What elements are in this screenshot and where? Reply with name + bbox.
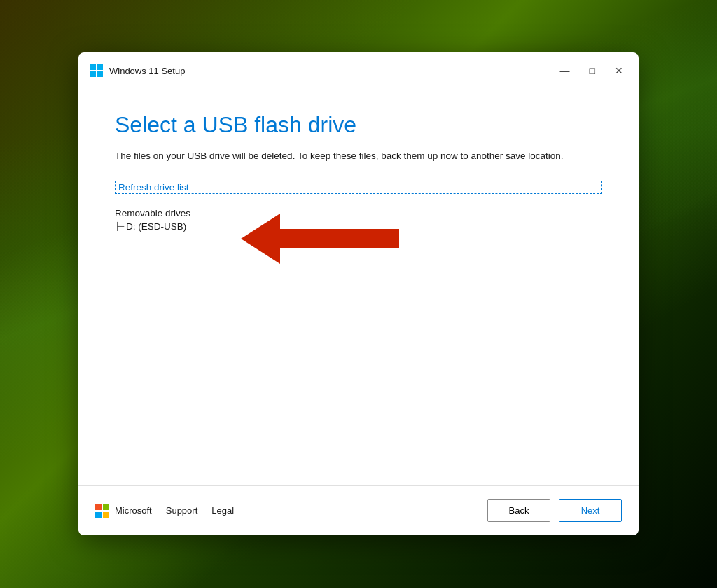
drives-label: Removable drives [115,208,602,218]
setup-window: Windows 11 Setup — □ ✕ Select a USB flas… [78,52,639,536]
svg-rect-3 [97,71,103,77]
support-link[interactable]: Support [166,505,198,516]
drive-item-d[interactable]: D: (ESD-USB) [115,221,602,232]
svg-rect-2 [90,71,96,77]
svg-rect-1 [97,64,103,70]
next-button[interactable]: Next [559,499,622,522]
svg-rect-0 [90,64,96,70]
drives-section: Removable drives D: (ESD-USB) [115,208,602,232]
page-title: Select a USB flash drive [115,111,602,138]
ms-square-blue [95,512,102,518]
arrow-shaft [280,229,399,248]
window-title: Windows 11 Setup [109,66,556,76]
refresh-drive-list-link[interactable]: Refresh drive list [115,181,602,194]
main-content: Select a USB flash drive The files on yo… [78,86,639,485]
ms-square-yellow [103,512,109,518]
ms-square-red [95,504,102,510]
footer: Microsoft Support Legal Back Next [78,485,639,536]
footer-buttons: Back Next [487,499,622,522]
microsoft-label: Microsoft [115,505,152,516]
microsoft-logo: Microsoft [95,504,152,518]
minimize-button[interactable]: — [556,64,574,77]
subtitle-text: The files on your USB drive will be dele… [115,149,602,163]
ms-square-green [103,504,109,510]
app-icon [90,64,104,78]
legal-link[interactable]: Legal [211,505,234,516]
ms-logo-squares [95,504,109,518]
title-bar: Windows 11 Setup — □ ✕ [78,52,639,86]
back-button[interactable]: Back [487,499,550,522]
close-button[interactable]: ✕ [611,64,627,77]
window-controls: — □ ✕ [556,64,627,77]
maximize-button[interactable]: □ [585,64,599,77]
